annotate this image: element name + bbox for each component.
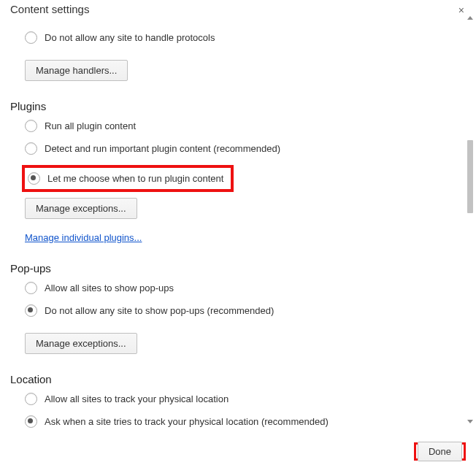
radio-icon[interactable]: [28, 172, 40, 185]
plugins-option-detect[interactable]: Detect and run important plugin content …: [25, 142, 460, 155]
popups-option-allow[interactable]: Allow all sites to show pop-ups: [25, 282, 460, 294]
dialog-content: Do not allow any site to handle protocol…: [0, 21, 470, 430]
option-label: Ask when a site tries to track your phys…: [45, 416, 329, 427]
plugins-option-run-all[interactable]: Run all plugin content: [25, 120, 460, 132]
location-option-allow[interactable]: Allow all sites to track your physical l…: [25, 393, 460, 405]
option-label: Do not allow any site to handle protocol…: [45, 32, 215, 43]
scroll-down-icon[interactable]: [467, 420, 473, 423]
location-option-ask[interactable]: Ask when a site tries to track your phys…: [25, 415, 460, 428]
radio-icon[interactable]: [25, 282, 37, 294]
manage-individual-plugins-link[interactable]: Manage individual plugins...: [25, 232, 142, 243]
handlers-option-block[interactable]: Do not allow any site to handle protocol…: [25, 31, 460, 44]
popups-manage-exceptions-button[interactable]: Manage exceptions...: [25, 333, 137, 354]
radio-icon[interactable]: [25, 120, 37, 132]
plugins-manage-exceptions-button[interactable]: Manage exceptions...: [25, 198, 137, 219]
manage-handlers-button[interactable]: Manage handlers...: [25, 60, 128, 81]
done-highlight: Done: [414, 442, 466, 461]
close-icon[interactable]: ×: [458, 4, 464, 16]
scrollbar[interactable]: [467, 16, 474, 423]
section-heading-popups: Pop-ups: [10, 262, 460, 274]
option-label: Allow all sites to show pop-ups: [45, 283, 174, 293]
plugins-option-choose-highlight: Let me choose when to run plugin content: [22, 165, 234, 192]
dialog-title: Content settings: [10, 3, 89, 15]
radio-icon[interactable]: [25, 393, 37, 405]
dialog-footer: Done: [414, 442, 466, 461]
option-label: Do not allow any site to show pop-ups (r…: [45, 305, 274, 316]
radio-icon[interactable]: [25, 415, 37, 428]
option-label: Allow all sites to track your physical l…: [45, 393, 229, 404]
popups-option-block[interactable]: Do not allow any site to show pop-ups (r…: [25, 304, 460, 317]
dialog-header: Content settings ×: [0, 0, 476, 21]
radio-icon[interactable]: [25, 31, 37, 44]
done-button[interactable]: Done: [418, 442, 462, 461]
scroll-up-icon[interactable]: [467, 16, 473, 20]
section-heading-location: Location: [10, 373, 460, 385]
section-heading-plugins: Plugins: [10, 100, 460, 112]
radio-icon[interactable]: [25, 142, 37, 155]
option-label: Run all plugin content: [45, 120, 136, 131]
scrollbar-thumb[interactable]: [467, 140, 473, 213]
radio-icon[interactable]: [25, 304, 37, 317]
scroll-area: Do not allow any site to handle protocol…: [0, 21, 470, 430]
content-settings-dialog: Content settings × Do not allow any site…: [0, 0, 476, 465]
option-label: Detect and run important plugin content …: [45, 143, 280, 154]
option-label: Let me choose when to run plugin content: [47, 173, 223, 184]
